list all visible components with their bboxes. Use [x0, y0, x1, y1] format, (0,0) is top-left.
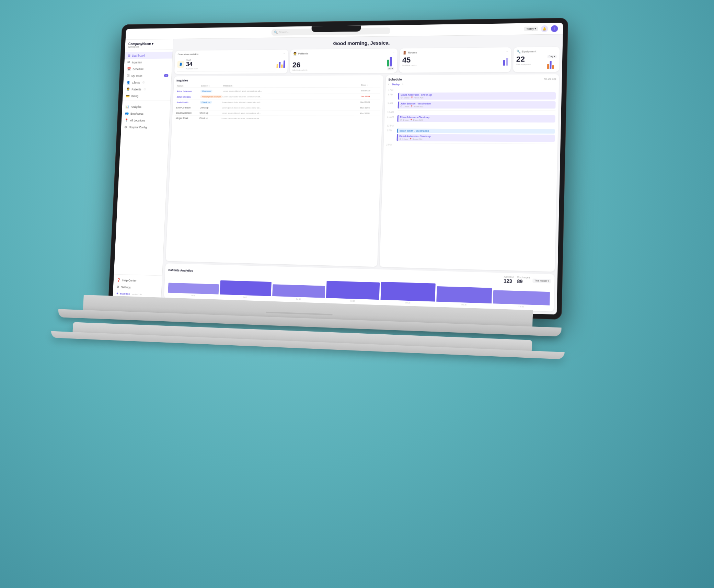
dashboard-label: Dashboard [132, 54, 145, 57]
schedule-label: Schedule [133, 67, 143, 71]
col-message: Message ↕ [223, 84, 361, 87]
col-subject: Subject ↕ [201, 84, 223, 87]
bar-oct25 [436, 286, 492, 303]
appt-detail-2: ⏱1 hour📍Room B12 [400, 105, 554, 107]
appointment-sarah-vaccination[interactable]: Sarah Smith - Vaccination [397, 128, 555, 134]
row1-name[interactable]: Erica Johnson [177, 90, 200, 92]
sidebar-item-employees[interactable]: 👥 Employees [122, 110, 170, 117]
patients-sub: Admitted patients [292, 69, 307, 71]
row5-name: David Anderson [176, 112, 199, 114]
rooms-arrow[interactable]: → [506, 50, 508, 53]
row5-msg: Lorem ipsum dolor sit amet, consectetur … [222, 112, 360, 114]
row4-name: Emily Johnson [176, 106, 200, 109]
schedule-card: Schedule Fri, 20 Sep ‹ Today › 7 AM [379, 74, 559, 272]
time-slot-10am: 10 AM [387, 110, 555, 113]
appt-detail-5: ⏱1 hour📍Room C14 [399, 138, 553, 141]
patients-value: 26 [292, 61, 308, 69]
appointment-erica-checkup[interactable]: Erica Johnson - Check-up ⏱1 hour📍Room A2… [397, 115, 555, 123]
row4-subject: Check up [200, 106, 222, 109]
col-time: Time ↕ [361, 84, 379, 87]
time-slot-1pm: 1 PM Sarah Smith - Vaccination David And… [386, 128, 555, 142]
search-icon: 🔍 [274, 31, 278, 34]
row5-subject: Check up [199, 112, 222, 114]
hospital-config-icon: ⚙ [124, 125, 127, 129]
admitted-value: 123 [504, 278, 514, 284]
equipment-sub: Free equipment [516, 64, 531, 66]
patients-filter[interactable]: All ▾ [387, 67, 394, 70]
row3-date: Wed 01/09 [360, 101, 379, 103]
avatar[interactable]: J [551, 25, 558, 32]
row1-date: Mon 06/09 [361, 90, 379, 92]
notification-icon[interactable]: 🔔 [541, 25, 548, 32]
patients-info-icon: ⓘ [143, 88, 146, 91]
clients-icon: 👤 [126, 81, 130, 84]
row6-msg: Lorem ipsum dolor sit amet, consectetur … [222, 117, 360, 119]
workspace-label: Workspace [128, 45, 170, 48]
patients-label: Patients [131, 88, 141, 91]
bar-oct15 [326, 281, 380, 300]
sidebar-item-clients[interactable]: 👤 Clients ⓘ [123, 79, 171, 86]
time-slot-9am: 9 AM John Ericson - Vaccination ⏱1 hour📍… [387, 101, 555, 108]
clients-info-icon: ⓘ [142, 81, 145, 84]
equipment-filter[interactable]: Day ▾ [547, 55, 557, 58]
row4-msg: Lorem ipsum dolor sit amet, consectetur … [222, 107, 360, 109]
equipment-icon: 🔧 [516, 50, 521, 54]
rooms-bar-1 [503, 60, 506, 66]
employees-label: Employees [130, 112, 143, 115]
overview-arrow[interactable]: → [283, 52, 286, 55]
billing-label: Billing [131, 94, 138, 97]
greeting: Good morning, Jessica. [175, 37, 560, 48]
row5-date: Mon 30/08 [360, 112, 379, 114]
sidebar-item-inquiries[interactable]: ✉ Inquiries [124, 58, 172, 66]
sidebar-item-all-locations[interactable]: 📍 All Locations [122, 117, 170, 124]
inquiries-card: Inquiries Name ↕ Subject ↕ Message ↕ Tim… [166, 75, 383, 267]
brand-icon: ✦ [116, 292, 119, 296]
appointment-john-vaccination[interactable]: John Ericson - Vaccination ⏱1 hour📍Room … [398, 101, 556, 108]
dashboard-main: Good morning, Jessica. Overview metrics … [161, 34, 563, 314]
tasks-badge: 5 [164, 74, 169, 77]
patients-arrow[interactable]: → [392, 51, 395, 54]
sidebar-item-my-tasks[interactable]: ☑ My Tasks 5 [124, 72, 172, 79]
appt-detail-1: ⏱1 hour📍Room A26 [401, 96, 554, 99]
appointment-david-checkup-2[interactable]: David Anderson - Check-up ⏱1 hour📍Room C… [396, 134, 555, 142]
bar-oct5 [220, 280, 272, 296]
analytics-icon: 📊 [125, 105, 129, 108]
today-button[interactable]: Today ▾ [524, 26, 538, 31]
appt-detail-3: ⏱1 hour📍Room A20 [400, 119, 554, 122]
sidebar-item-analytics[interactable]: 📊 Analytics [122, 103, 170, 110]
sidebar-item-dashboard[interactable]: ⊞ Dashboard [125, 52, 173, 59]
col-name: Name ↕ [177, 85, 201, 87]
hospital-config-label: Hospital Config [129, 125, 147, 129]
rooms-icon: 🚪 [402, 51, 406, 55]
patients-bar-1 [387, 60, 389, 67]
sidebar-item-patients[interactable]: 🧑‍⚕️ Patients ⓘ [123, 86, 171, 93]
schedule-prev[interactable]: ‹ [388, 82, 389, 86]
table-row: Erica Johnson Check up Lorem ipsum dolor… [176, 88, 380, 94]
dashboard-icon: ⊞ [128, 54, 130, 57]
admitted-stat: Admitted 123 [504, 276, 514, 284]
sidebar-item-billing[interactable]: 💳 Billing [123, 93, 171, 100]
rooms-label: Rooms [408, 51, 417, 54]
discharged-value: 89 [517, 278, 530, 285]
patients-bar-2 [390, 57, 392, 66]
row1-subject: Check up [200, 90, 212, 93]
equipment-value: 22 [516, 55, 531, 64]
billing-icon: 💳 [126, 94, 129, 98]
equipment-label: Equipment [522, 50, 537, 53]
my-tasks-label: My Tasks [131, 74, 142, 78]
sidebar-item-schedule[interactable]: 📅 Schedule [124, 65, 172, 72]
equipment-card: 🔧 Equipment 22 Free equipment [513, 47, 560, 72]
appointment-david-checkup[interactable]: David Anderson - Check-up ⏱1 hour📍Room A… [398, 92, 556, 100]
sidebar-item-hospital-config[interactable]: ⚙ Hospital Config [121, 124, 169, 130]
row3-name[interactable]: Josh Smith [176, 101, 200, 104]
row2-name[interactable]: John Ericson [177, 95, 200, 98]
staff-icon: 👤 [177, 61, 184, 68]
table-row: John Ericson Prescription renewal Lorem … [176, 94, 380, 100]
period-filter[interactable]: This month ▾ [533, 278, 551, 283]
equip-bar-3 [552, 65, 554, 69]
schedule-icon: 📅 [127, 67, 131, 71]
row2-date: Thu 02/09 [360, 95, 379, 97]
schedule-next[interactable]: › [402, 82, 403, 86]
all-locations-label: All Locations [130, 119, 145, 122]
settings-icon: ⚙ [116, 285, 119, 289]
